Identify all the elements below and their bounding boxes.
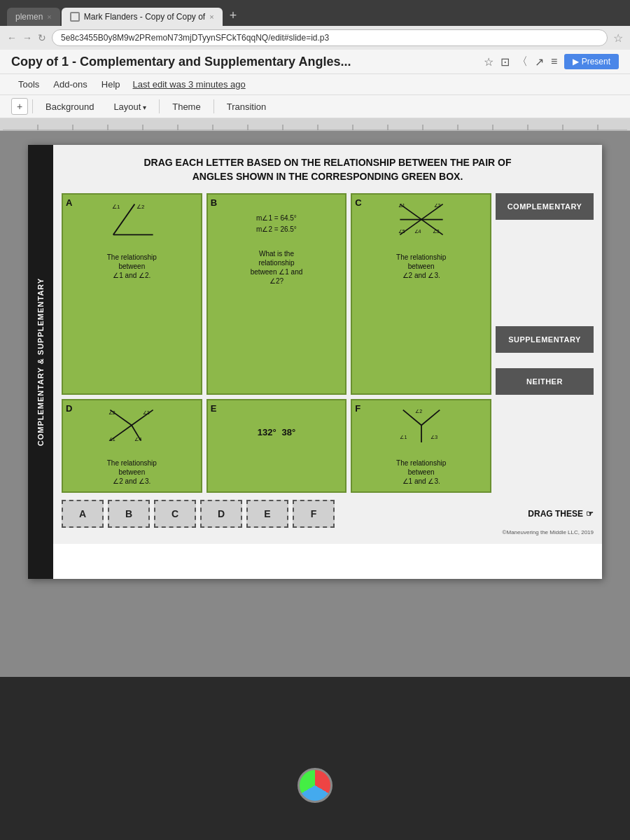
box-a-text: The relationshipbetween∠1 and ∠2. <box>69 253 195 280</box>
answer-neither[interactable]: NEITHER <box>496 368 594 395</box>
svg-text:∠1: ∠1 <box>400 435 407 440</box>
box-c-diagram: ∠1 ∠2 ∠5 ∠4 ∠3 <box>358 200 484 239</box>
bottom-row: A B C D E F DRAG THESE ☞ <box>62 500 594 528</box>
slide-title: DRAG EACH LETTER BASED ON THE RELATIONSH… <box>62 156 594 183</box>
box-c-label: C <box>355 197 361 208</box>
cursor-icon[interactable]: ↗ <box>535 55 544 69</box>
svg-text:∠4: ∠4 <box>414 229 421 234</box>
svg-text:∠2: ∠2 <box>433 203 440 208</box>
ruler-marks: // ruler tick marks via inline loop - no… <box>0 118 630 130</box>
transition-button[interactable]: Transition <box>218 99 275 115</box>
forward-icon[interactable]: → <box>22 32 32 43</box>
chrome-icon <box>298 768 332 803</box>
page-title: Copy of 1 - Complementary and Supplement… <box>11 55 472 69</box>
layout-button[interactable]: Layout <box>105 99 155 115</box>
box-d-diagram: ∠2 ∠3 ∠1 ∠4 <box>69 406 195 444</box>
box-b-label: B <box>211 197 217 208</box>
box-a-label: A <box>66 197 72 208</box>
box-a-svg: ∠1 ∠2 <box>107 200 156 239</box>
answer-column: COMPLEMENTARY SUPPLEMENTARY NEITHER <box>496 193 594 395</box>
svg-text:∠1: ∠1 <box>398 203 405 208</box>
tab-label: plemen <box>15 12 43 22</box>
star-icon[interactable]: ☆ <box>484 55 493 69</box>
svg-line-39 <box>421 410 440 426</box>
header-icons: ☆ ⊡ 〈 ↗ ≡ ▶ Present <box>484 54 619 69</box>
bookmark-icon[interactable]: ☆ <box>613 31 623 45</box>
answer-supplementary[interactable]: SUPPLEMENTARY <box>496 326 594 353</box>
letter-box-e[interactable]: E <box>246 500 288 528</box>
box-b-text: What is therelationshipbetween ∠1 and∠2? <box>214 249 340 286</box>
slide-canvas: COMPLEMENTARY & SUPPLEMENTARY DRAG EACH … <box>28 145 602 579</box>
box-e-label: E <box>211 403 217 414</box>
svg-text:∠2: ∠2 <box>108 410 115 415</box>
letter-box-c[interactable]: C <box>154 500 196 528</box>
box-e-angle2: 38° <box>282 427 296 438</box>
box-b-m1: m∠1 = 64.5° <box>214 213 340 224</box>
box-d-text: The relationshipbetween∠2 and ∠3. <box>69 458 195 486</box>
tab-mark-flanders[interactable]: Mark Flanders - Copy of Copy of × <box>62 8 223 26</box>
svg-text:∠3: ∠3 <box>143 410 150 415</box>
browser-chrome: plemen × Mark Flanders - Copy of Copy of… <box>0 0 630 26</box>
refresh-icon[interactable]: ↻ <box>38 32 46 43</box>
svg-text:∠4: ∠4 <box>135 437 142 442</box>
ruler-svg: // ruler tick marks via inline loop - no… <box>3 118 627 130</box>
last-edit-text: Last edit was 3 minutes ago <box>133 79 246 90</box>
add-slide-button[interactable]: + <box>11 98 28 115</box>
box-b: B m∠1 = 64.5° m∠2 = 26.5° What is therel… <box>206 193 347 395</box>
box-d: D ∠2 ∠3 ∠1 ∠4 <box>62 399 202 493</box>
box-d-label: D <box>66 403 72 414</box>
background-button[interactable]: Background <box>37 99 102 115</box>
new-tab-button[interactable]: + <box>224 6 243 26</box>
svg-text:∠1: ∠1 <box>108 437 115 442</box>
box-a-diagram: ∠1 ∠2 <box>69 200 195 239</box>
letter-box-a[interactable]: A <box>62 500 104 528</box>
svg-text:∠5: ∠5 <box>398 229 405 234</box>
answer-complementary[interactable]: COMPLEMENTARY <box>496 193 594 220</box>
main-grid: A ∠1 ∠2 The relationshipbetween∠1 and ∠2… <box>62 193 594 493</box>
letter-box-b[interactable]: B <box>108 500 150 528</box>
letter-box-f[interactable]: F <box>293 500 335 528</box>
toolbar-separator-1 <box>32 99 33 113</box>
menu-icon[interactable]: ≡ <box>551 55 557 68</box>
box-f-label: F <box>355 403 360 414</box>
tabs-bar: plemen × Mark Flanders - Copy of Copy of… <box>7 6 623 26</box>
tab-close-active[interactable]: × <box>209 13 214 21</box>
vertical-sidebar-text: COMPLEMENTARY & SUPPLEMENTARY <box>36 278 45 446</box>
box-c-svg: ∠1 ∠2 ∠5 ∠4 ∠3 <box>397 200 446 239</box>
drag-icon: ☞ <box>586 509 594 519</box>
tab-plemen[interactable]: plemen × <box>7 8 60 26</box>
box-d-svg: ∠2 ∠3 ∠1 ∠4 <box>107 406 156 444</box>
tab-close[interactable]: × <box>47 13 51 21</box>
present-icon[interactable]: ⊡ <box>500 55 510 69</box>
app-area: Copy of 1 - Complementary and Supplement… <box>0 50 630 131</box>
menu-addons[interactable]: Add-ons <box>46 77 94 92</box>
app-menu: Tools Add-ons Help Last edit was 3 minut… <box>0 74 630 95</box>
box-c: C ∠1 ∠2 ∠5 ∠4 ∠3 <box>351 193 491 395</box>
svg-text:∠2: ∠2 <box>136 204 144 210</box>
vertical-sidebar: COMPLEMENTARY & SUPPLEMENTARY <box>28 145 53 579</box>
address-input[interactable]: 5e8c3455B0y8M9w2PRemoN73mjDTyynSFCkT6qqN… <box>52 29 608 46</box>
letter-box-d[interactable]: D <box>200 500 242 528</box>
box-e-angle1: 132° <box>258 427 276 438</box>
toolbar-separator-2 <box>159 99 160 113</box>
ruler: // ruler tick marks via inline loop - no… <box>0 118 630 131</box>
box-f-text: The relationshipbetween∠1 and ∠3. <box>358 458 484 486</box>
play-icon[interactable]: ▶ Present <box>564 54 619 69</box>
back-icon[interactable]: ← <box>7 32 17 43</box>
chrome-bottom <box>0 677 630 817</box>
slide-icon <box>70 12 80 22</box>
box-b-m2: m∠2 = 26.5° <box>214 224 340 235</box>
box-f-svg: ∠2 ∠1 ∠3 <box>397 406 446 444</box>
toolbar-separator-3 <box>214 99 214 113</box>
svg-text:∠3: ∠3 <box>430 435 438 440</box>
theme-button[interactable]: Theme <box>164 99 209 115</box>
menu-tools[interactable]: Tools <box>11 77 46 92</box>
slide-area[interactable]: COMPLEMENTARY & SUPPLEMENTARY DRAG EACH … <box>0 131 630 677</box>
collapse-icon[interactable]: 〈 <box>517 55 528 69</box>
box-f: F ∠2 ∠1 ∠3 The relationshipbetween∠1 and <box>351 399 491 493</box>
box-e: E 132° 38° <box>206 399 347 493</box>
app-header: Copy of 1 - Complementary and Supplement… <box>0 50 630 74</box>
menu-help[interactable]: Help <box>94 77 127 92</box>
tab-label-active: Mark Flanders - Copy of Copy of <box>84 12 205 22</box>
toolbar: + Background Layout Theme Transition <box>0 95 630 118</box>
